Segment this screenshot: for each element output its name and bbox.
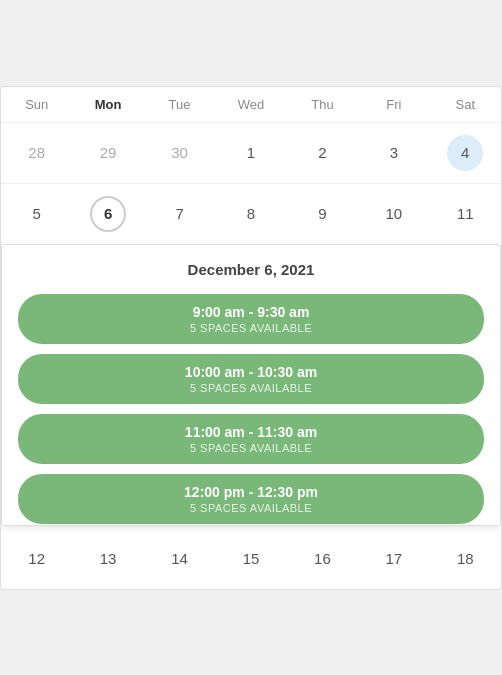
detail-panel[interactable]: December 6, 2021 9:00 am - 9:30 am 5 SPA… xyxy=(2,245,500,525)
day-13[interactable]: 13 xyxy=(72,529,143,589)
time-slot-3[interactable]: 12:00 pm - 12:30 pm 5 SPACES AVAILABLE xyxy=(18,474,484,524)
day-12[interactable]: 12 xyxy=(1,529,72,589)
day-7[interactable]: 7 xyxy=(144,184,215,244)
day-17[interactable]: 17 xyxy=(358,529,429,589)
calendar-row-3: 12 13 14 15 16 17 18 xyxy=(1,529,501,589)
day-8[interactable]: 8 xyxy=(215,184,286,244)
calendar-row-2: 5 6 7 8 9 10 11 xyxy=(1,184,501,244)
day-6[interactable]: 6 xyxy=(72,184,143,244)
time-range-1: 10:00 am - 10:30 am xyxy=(34,364,468,380)
day-28[interactable]: 28 xyxy=(1,123,72,183)
day-5[interactable]: 5 xyxy=(1,184,72,244)
day-4[interactable]: 4 xyxy=(430,123,501,183)
day-18[interactable]: 18 xyxy=(430,529,501,589)
time-slot-2[interactable]: 11:00 am - 11:30 am 5 SPACES AVAILABLE xyxy=(18,414,484,464)
time-slot-1[interactable]: 10:00 am - 10:30 am 5 SPACES AVAILABLE xyxy=(18,354,484,404)
day-30[interactable]: 30 xyxy=(144,123,215,183)
calendar: Sun Mon Tue Wed Thu Fri Sat 28 29 30 1 2… xyxy=(0,86,502,590)
day-3[interactable]: 3 xyxy=(358,123,429,183)
header-fri: Fri xyxy=(358,87,429,122)
calendar-row-2-wrapper: 5 6 7 8 9 10 11 December 6, 2021 9:00 am… xyxy=(1,184,501,244)
header-mon: Mon xyxy=(72,87,143,122)
spaces-0: 5 SPACES AVAILABLE xyxy=(34,322,468,334)
time-range-2: 11:00 am - 11:30 am xyxy=(34,424,468,440)
header-wed: Wed xyxy=(215,87,286,122)
header-tue: Tue xyxy=(144,87,215,122)
day-2[interactable]: 2 xyxy=(287,123,358,183)
time-slot-0[interactable]: 9:00 am - 9:30 am 5 SPACES AVAILABLE xyxy=(18,294,484,344)
time-range-3: 12:00 pm - 12:30 pm xyxy=(34,484,468,500)
spaces-1: 5 SPACES AVAILABLE xyxy=(34,382,468,394)
day-29[interactable]: 29 xyxy=(72,123,143,183)
spaces-3: 5 SPACES AVAILABLE xyxy=(34,502,468,514)
day-15[interactable]: 15 xyxy=(215,529,286,589)
calendar-header: Sun Mon Tue Wed Thu Fri Sat xyxy=(1,87,501,123)
day-1[interactable]: 1 xyxy=(215,123,286,183)
time-range-0: 9:00 am - 9:30 am xyxy=(34,304,468,320)
header-sun: Sun xyxy=(1,87,72,122)
detail-date: December 6, 2021 xyxy=(18,261,484,278)
day-9[interactable]: 9 xyxy=(287,184,358,244)
calendar-row-1: 28 29 30 1 2 3 4 xyxy=(1,123,501,184)
day-16[interactable]: 16 xyxy=(287,529,358,589)
header-sat: Sat xyxy=(430,87,501,122)
day-14[interactable]: 14 xyxy=(144,529,215,589)
header-thu: Thu xyxy=(287,87,358,122)
day-10[interactable]: 10 xyxy=(358,184,429,244)
day-11[interactable]: 11 xyxy=(430,184,501,244)
spaces-2: 5 SPACES AVAILABLE xyxy=(34,442,468,454)
detail-panel-wrapper: December 6, 2021 9:00 am - 9:30 am 5 SPA… xyxy=(1,244,501,526)
detail-panel-inner: December 6, 2021 9:00 am - 9:30 am 5 SPA… xyxy=(2,245,500,525)
